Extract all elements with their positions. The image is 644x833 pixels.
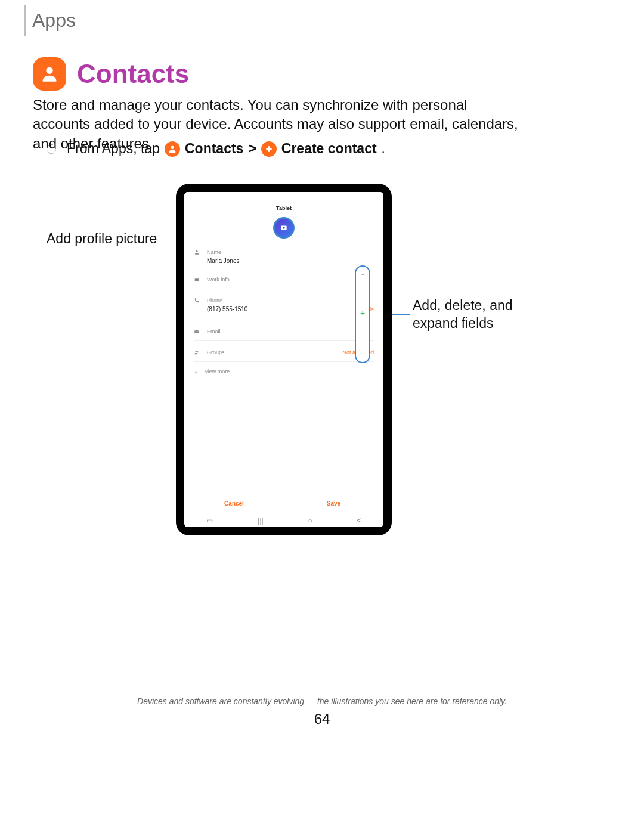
instruction-step: From Apps, tap Contacts > Create contact… <box>47 141 385 157</box>
nav-recents-icon[interactable]: ||| <box>258 516 263 525</box>
breadcrumb-bar <box>24 5 26 36</box>
work-info-field[interactable]: Work info <box>194 272 374 289</box>
step-create: Create contact <box>281 141 377 157</box>
contact-form: Name Maria Jones Work info Phone <box>184 244 383 494</box>
page-number: 64 <box>0 711 644 727</box>
view-more-label: View more <box>205 368 230 374</box>
svg-rect-7 <box>195 278 199 281</box>
email-icon <box>194 329 201 336</box>
add-field-icon[interactable]: + <box>360 308 365 318</box>
step-prefix: From Apps, tap <box>67 141 160 157</box>
page-heading: Contacts <box>33 57 189 91</box>
step-contacts: Contacts <box>185 141 243 157</box>
name-field[interactable]: Name Maria Jones <box>194 244 374 272</box>
breadcrumb-text: Apps <box>32 10 76 32</box>
person-icon <box>194 249 201 256</box>
contacts-inline-icon <box>165 141 180 157</box>
view-more-button[interactable]: ⌄ View more <box>194 362 374 380</box>
briefcase-icon <box>194 277 201 284</box>
nav-back-icon[interactable]: < <box>357 516 361 525</box>
callout-fields-line1: Add, delete, and <box>413 297 513 315</box>
phone-field[interactable]: Phone (817) 555-1510 Mobile <box>194 289 374 320</box>
email-field[interactable]: Email <box>194 320 374 341</box>
groups-label: Groups <box>207 349 225 355</box>
save-button[interactable]: Save <box>284 494 383 513</box>
callout-fields-line2: expand fields <box>413 315 513 333</box>
breadcrumb: Apps <box>24 5 76 36</box>
work-info-label: Work info <box>207 277 374 283</box>
cancel-button[interactable]: Cancel <box>184 494 284 513</box>
svg-rect-8 <box>196 278 198 278</box>
delete-field-icon[interactable]: − <box>360 349 365 358</box>
field-controls-pill: ⌄ + − <box>355 265 370 363</box>
svg-point-11 <box>197 351 199 352</box>
svg-rect-9 <box>194 330 199 333</box>
status-bar <box>184 192 383 200</box>
system-nav-bar: ▭ ||| ○ < <box>184 513 383 527</box>
step-period: . <box>382 141 385 157</box>
email-label: Email <box>207 329 374 335</box>
nav-home-icon[interactable]: ○ <box>308 516 312 525</box>
svg-point-6 <box>196 250 198 252</box>
callout-profile-picture: Add profile picture <box>47 231 157 247</box>
svg-point-0 <box>46 67 52 74</box>
callout-fields: Add, delete, and expand fields <box>413 297 513 333</box>
action-bar: Cancel Save <box>184 494 383 513</box>
heading-text: Contacts <box>77 59 189 89</box>
add-profile-picture-button[interactable] <box>273 217 295 239</box>
svg-point-1 <box>171 145 174 148</box>
screen-title: Tablet <box>184 200 383 215</box>
nav-recent-icon[interactable]: ▭ <box>206 516 213 525</box>
phone-value[interactable]: (817) 555-1510 <box>207 306 247 312</box>
footnote: Devices and software are constantly evol… <box>0 696 644 706</box>
svg-point-5 <box>283 227 285 229</box>
name-value[interactable]: Maria Jones <box>207 255 374 267</box>
expand-field-icon[interactable]: ⌄ <box>360 270 365 277</box>
step-chevron: > <box>248 141 256 157</box>
contacts-app-icon <box>33 57 66 91</box>
chevron-down-icon: ⌄ <box>194 368 199 374</box>
phone-label: Phone <box>207 298 374 304</box>
groups-field[interactable]: Groups Not assigned <box>194 341 374 362</box>
groups-icon <box>194 349 201 357</box>
bullet-icon <box>47 144 56 154</box>
name-label: Name <box>207 249 374 255</box>
svg-point-10 <box>196 351 197 353</box>
tablet-screen: Tablet Name Maria Jones <box>184 192 383 527</box>
phone-icon <box>194 298 201 305</box>
add-inline-icon <box>261 141 277 157</box>
